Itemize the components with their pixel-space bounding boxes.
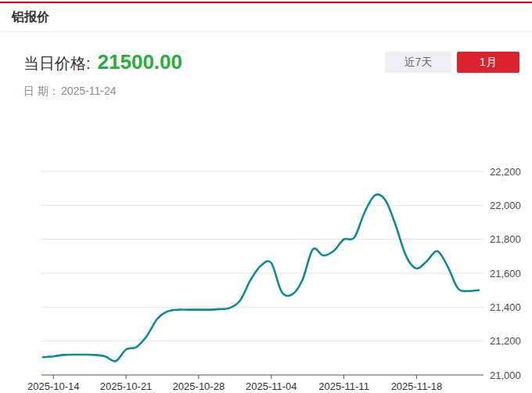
x-axis-label: 2025-10-21: [100, 380, 153, 392]
x-axis-label: 2025-10-14: [27, 380, 80, 392]
y-axis-label: 21,600: [490, 268, 521, 279]
x-axis-label: 2025-11-04: [246, 380, 297, 392]
quote-date: 日 期：2025-11-24: [23, 85, 116, 99]
price-line: [43, 194, 479, 361]
y-axis-label: 21,800: [490, 233, 521, 245]
price-trend-chart[interactable]: 21,00021,20021,40021,60021,80022,00022,2…: [0, 157, 532, 393]
range-buttons: 近7天 1月: [385, 52, 519, 73]
y-axis-label: 21,200: [490, 335, 521, 347]
x-axis-label: 2025-10-28: [173, 380, 225, 392]
range-7days-button[interactable]: 近7天: [385, 52, 451, 73]
y-axis-label: 21,000: [490, 370, 521, 381]
price-value: 21500.00: [98, 50, 182, 74]
current-price: 当日价格: 21500.00: [23, 50, 182, 74]
date-label: 日 期：: [23, 85, 59, 97]
x-axis-label: 2025-11-11: [318, 380, 369, 392]
aluminum-quote-page: 铝报价 当日价格: 21500.00 近7天 1月 日 期：2025-11-24…: [0, 0, 532, 393]
price-label: 当日价格:: [23, 53, 91, 74]
price-line-chart-svg[interactable]: 21,00021,20021,40021,60021,80022,00022,2…: [0, 157, 532, 393]
range-1month-button[interactable]: 1月: [457, 52, 519, 73]
x-axis-label: 2025-11-18: [391, 380, 443, 392]
y-axis-label: 22,000: [490, 200, 521, 211]
date-value: 2025-11-24: [61, 85, 117, 97]
y-axis-label: 21,400: [490, 301, 521, 313]
page-header: 铝报价: [0, 3, 532, 32]
page-title: 铝报价: [12, 9, 49, 26]
y-axis-label: 22,200: [490, 166, 521, 178]
price-row: 当日价格: 21500.00 近7天 1月: [23, 49, 519, 74]
